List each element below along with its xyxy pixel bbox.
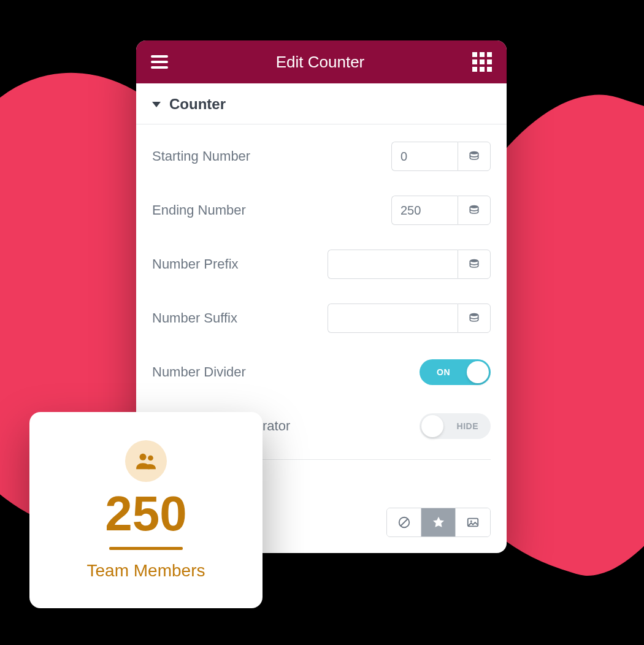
counter-preview-card: 250 Team Members: [29, 412, 263, 608]
input-number-suffix[interactable]: [328, 303, 458, 333]
counter-label: Team Members: [87, 561, 205, 581]
input-number-prefix[interactable]: [328, 250, 458, 279]
apps-grid-icon[interactable]: [472, 52, 492, 72]
row-ending-number: Ending Number: [152, 183, 491, 237]
row-starting-number: Starting Number: [152, 129, 491, 183]
view-star-button[interactable]: [421, 508, 456, 536]
input-starting-number[interactable]: [391, 142, 458, 171]
toggle-knob: [467, 361, 489, 383]
database-icon: [468, 312, 480, 324]
label-number-suffix: Number Suffix: [152, 310, 328, 326]
database-icon: [468, 258, 480, 270]
dynamic-tag-button[interactable]: [458, 250, 491, 279]
label-ending-number: Ending Number: [152, 202, 391, 218]
label-number-prefix: Number Prefix: [152, 256, 328, 272]
input-ending-number[interactable]: [391, 196, 458, 225]
view-none-button[interactable]: [387, 508, 421, 536]
database-icon: [468, 204, 480, 216]
row-number-prefix: Number Prefix: [152, 237, 491, 291]
controls-area: Starting Number Ending Number: [136, 124, 507, 453]
caret-down-icon: [152, 102, 161, 107]
section-title: Counter: [169, 96, 226, 113]
ban-icon: [397, 516, 411, 529]
row-number-divider: Number Divider ON: [152, 345, 491, 399]
svg-point-7: [470, 521, 472, 522]
counter-icon-circle: [125, 440, 167, 482]
toggle-number-divider[interactable]: ON: [420, 359, 491, 385]
toggle-knob: [421, 415, 443, 437]
menu-icon[interactable]: [151, 55, 168, 69]
dynamic-tag-button[interactable]: [458, 142, 491, 171]
counter-value: 250: [105, 489, 186, 538]
toggle-state-text: ON: [437, 367, 450, 377]
svg-point-1: [470, 205, 478, 208]
team-icon: [134, 449, 158, 473]
dynamic-tag-button[interactable]: [458, 303, 491, 333]
panel-title: Edit Counter: [276, 53, 365, 72]
view-image-button[interactable]: [456, 508, 490, 536]
image-icon: [466, 516, 480, 529]
svg-line-5: [401, 519, 407, 526]
toggle-separator[interactable]: HIDE: [420, 413, 491, 439]
section-header[interactable]: Counter: [136, 83, 507, 124]
dynamic-tag-button[interactable]: [458, 196, 491, 225]
panel-header: Edit Counter: [136, 40, 507, 83]
database-icon: [468, 150, 480, 162]
counter-divider-line: [109, 547, 183, 550]
svg-point-9: [148, 455, 153, 460]
label-number-divider: Number Divider: [152, 364, 420, 380]
star-icon: [432, 516, 445, 529]
label-starting-number: Starting Number: [152, 148, 391, 164]
svg-point-3: [470, 313, 478, 316]
toggle-state-text: HIDE: [457, 421, 478, 431]
svg-point-8: [140, 453, 147, 460]
svg-point-2: [470, 259, 478, 262]
svg-point-0: [470, 151, 478, 155]
view-mode-segment: [386, 508, 491, 537]
row-number-suffix: Number Suffix: [152, 291, 491, 345]
